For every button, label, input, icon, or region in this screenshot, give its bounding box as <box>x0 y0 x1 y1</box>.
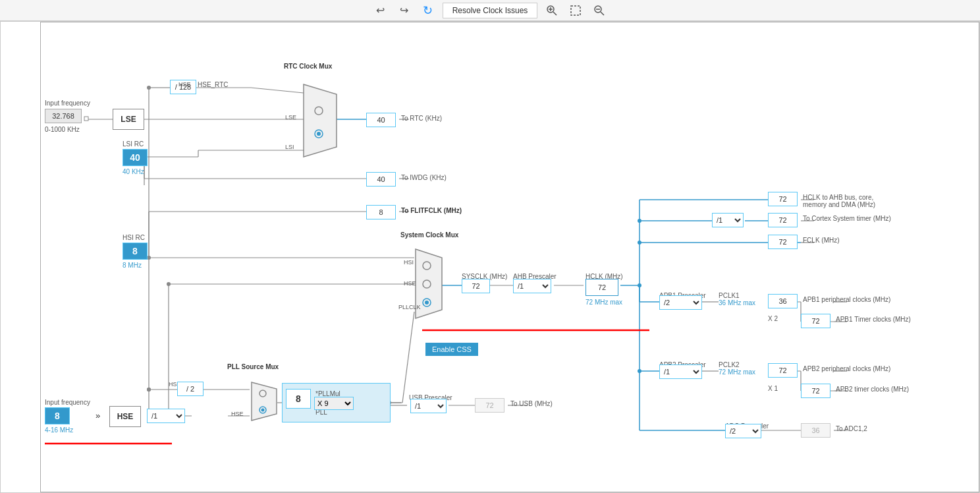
svg-point-92 <box>317 132 321 136</box>
input-freq-lse-label: Input frequency <box>45 100 90 107</box>
cortex-label: To Cortex System timer (MHz) <box>803 215 891 222</box>
lsi-label-mux: LSI <box>285 144 294 150</box>
lse-block[interactable]: LSE <box>113 109 144 130</box>
svg-point-38 <box>638 283 641 287</box>
ahb-prescaler-select[interactable]: /1/2/4 <box>513 279 551 293</box>
hse-label-top: HSE <box>178 81 191 88</box>
apb1-timer-out-value: 72 <box>801 314 830 328</box>
apb1-periph-label: APB1 peripheral clocks (MHz) <box>803 296 890 303</box>
hse-block[interactable]: HSE <box>109 406 141 427</box>
svg-point-85 <box>147 86 151 90</box>
hclk-max-label: 72 MHz max <box>585 299 622 306</box>
lsi-rc-label: LSI RC <box>122 140 144 148</box>
apb2-out-value: 72 <box>768 363 798 378</box>
hclk-value: 72 <box>585 279 618 296</box>
hclk-out1-label2: memory and DMA (MHz) <box>803 201 875 208</box>
svg-point-86 <box>147 388 151 392</box>
iwdg-out-label: To IWDG (KHz) <box>401 174 447 181</box>
input-freq-hse-range: 4-16 MHz <box>45 426 73 434</box>
svg-line-1 <box>553 12 557 15</box>
enable-css-button[interactable]: Enable CSS <box>425 343 478 356</box>
resolve-clock-issues-button[interactable]: Resolve Clock Issues <box>443 3 538 18</box>
cortex-out-value: 72 <box>768 213 798 227</box>
svg-point-81 <box>147 388 151 392</box>
input-freq-lse-range: 0-1000 KHz <box>45 126 80 133</box>
sysclk-value: 72 <box>462 279 490 293</box>
input-freq-hse-label: Input frequency <box>45 399 90 406</box>
svg-line-6 <box>601 12 604 15</box>
zoom-fit-button[interactable] <box>566 1 585 20</box>
lse-label-mux: LSE <box>285 114 296 121</box>
toolbar: ↩ ↪ ↻ Resolve Clock Issues <box>0 0 980 21</box>
apb1-out-value: 36 <box>768 294 798 308</box>
svg-point-31 <box>167 282 171 286</box>
apb2-prescaler-select[interactable]: /1/2 <box>659 364 702 379</box>
hse-pll-label: HSE <box>231 411 244 417</box>
apb1-prescaler-select[interactable]: /2/1/4 <box>659 295 702 310</box>
hsi-div2-box: / 2 <box>177 382 204 396</box>
svg-line-15 <box>251 88 304 93</box>
flitfclk-label: To FLITFCLK (MHz) <box>401 207 462 214</box>
input-freq-hse-value: 8 <box>45 407 70 424</box>
hsi-rc-label: HSI RC <box>122 234 145 241</box>
svg-line-33 <box>402 312 414 403</box>
rtc-out-value: 40 <box>366 113 396 127</box>
pll-block-container: 8 PLL *PLLMul X 9X 2X 3 <box>282 383 391 422</box>
zoom-out-button[interactable] <box>590 1 609 20</box>
usb-prescaler-select[interactable]: /1/1.5 <box>410 399 447 413</box>
svg-marker-98 <box>252 382 277 420</box>
lsi-rc-freq: 40 KHz <box>122 168 144 175</box>
apb2-periph-label: APB2 peripheral clocks (MHz) <box>803 365 890 372</box>
apb1-timer-mult: X 2 <box>768 315 778 322</box>
pll-source-mux-shape <box>248 379 280 424</box>
svg-point-48 <box>638 241 641 245</box>
apb2-timer-label: APB2 timer clocks (MHz) <box>836 386 909 393</box>
svg-point-60 <box>638 369 641 373</box>
svg-point-45 <box>638 219 641 223</box>
hsi-rc-freq: 8 MHz <box>122 262 142 269</box>
apb2-timer-mult: X 1 <box>768 385 778 392</box>
apb2-max-label: 72 MHz max <box>719 368 755 376</box>
svg-point-97 <box>425 301 429 304</box>
adc-prescaler-select[interactable]: /2/4/6/8 <box>725 424 761 438</box>
adc-label: To ADC1,2 <box>836 425 867 432</box>
iwdg-out-value: 40 <box>366 172 396 187</box>
undo-button[interactable]: ↩ <box>371 1 390 20</box>
apb2-timer-out-value: 72 <box>801 384 830 398</box>
cortex-div-select[interactable]: /1 <box>712 213 744 227</box>
pclk1-label: PCLK1 <box>719 292 740 299</box>
svg-rect-4 <box>571 6 580 15</box>
hsi-mux-label: HSI <box>404 259 414 266</box>
pllclk-mux-label: PLLCLK <box>398 304 421 310</box>
clock-diagram-canvas: Input frequency 32.768 0-1000 KHz LSE LS… <box>0 21 980 493</box>
hse-div1-select[interactable]: /1 <box>147 409 185 423</box>
redo-button[interactable]: ↪ <box>395 1 414 20</box>
flitfclk-value: 8 <box>366 205 396 219</box>
pll-value: 8 <box>286 389 311 409</box>
hclk-out1-label: HCLK to AHB bus, core, <box>803 194 873 201</box>
input-freq-lse-value: 32.768 <box>45 109 82 123</box>
rtc-clock-mux-label: RTC Clock Mux <box>284 63 332 70</box>
hclk-out1-value: 72 <box>768 192 798 206</box>
adc-out-value: 36 <box>801 423 830 438</box>
pll-mul-select[interactable]: X 9X 2X 3 <box>314 397 354 410</box>
apb1-max-label: 36 MHz max <box>719 299 755 306</box>
hse-mux-label: HSE <box>404 280 416 287</box>
refresh-button[interactable]: ↻ <box>419 1 437 20</box>
usb-out-value: 72 <box>475 398 504 413</box>
zoom-in-button[interactable] <box>543 1 561 20</box>
fclk-label: FCLK (MHz) <box>803 237 840 244</box>
rtc-out-label: To RTC (KHz) <box>401 115 442 122</box>
hsi-rc-value: 8 <box>122 243 148 260</box>
svg-rect-9 <box>84 117 88 121</box>
rtc-clock-mux-shape <box>300 81 340 160</box>
svg-point-101 <box>261 409 265 412</box>
hse-rtc-label: HSE_RTC <box>198 81 229 88</box>
double-arrow-hse: » <box>95 411 100 420</box>
pll-source-mux-label: PLL Source Mux <box>227 363 279 370</box>
fclk-out-value: 72 <box>768 235 798 249</box>
svg-marker-89 <box>304 84 337 157</box>
pclk2-label: PCLK2 <box>719 361 740 368</box>
apb1-timer-label: APB1 Timer clocks (MHz) <box>836 316 911 323</box>
usb-label: To USB (MHz) <box>510 400 553 407</box>
